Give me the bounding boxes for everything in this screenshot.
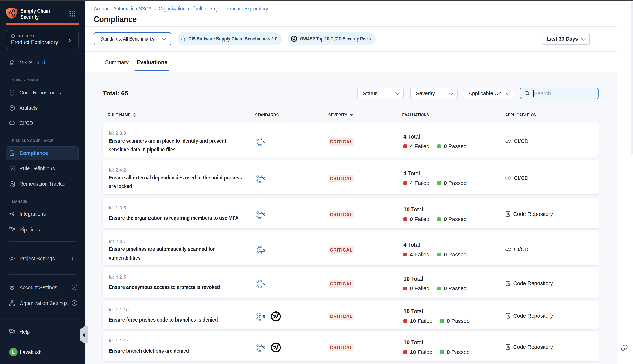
svg-text:CIS: CIS — [258, 314, 265, 319]
svg-text:CIS: CIS — [182, 38, 186, 40]
svg-text:CIS: CIS — [258, 212, 265, 217]
svg-text:CIS: CIS — [258, 140, 265, 144]
svg-text:CIS: CIS — [258, 346, 265, 350]
svg-text:?: ? — [10, 330, 12, 332]
svg-text:CIS: CIS — [258, 248, 265, 252]
svg-text:CIS: CIS — [258, 176, 265, 181]
svg-text:CIS: CIS — [258, 282, 265, 286]
